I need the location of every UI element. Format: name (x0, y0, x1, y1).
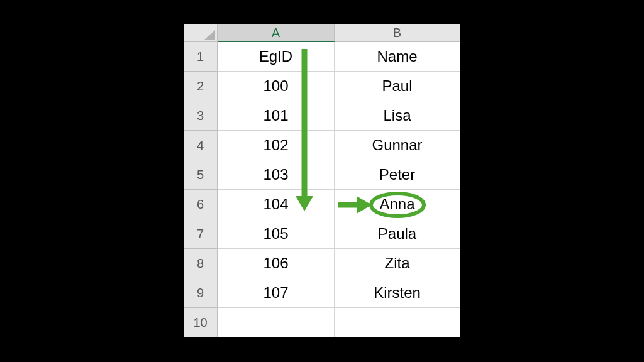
cell-b1[interactable]: Name (335, 42, 460, 72)
cell-a2[interactable]: 100 (218, 72, 335, 101)
table-row: 1 EgID Name (184, 42, 460, 72)
cell-b8[interactable]: Zita (335, 249, 460, 278)
select-all-triangle-icon (204, 30, 215, 40)
cell-a4[interactable]: 102 (218, 131, 335, 160)
cell-b3[interactable]: Lisa (335, 101, 460, 131)
row-header[interactable]: 8 (184, 249, 218, 278)
column-header-a[interactable]: A (218, 24, 335, 42)
cell-b5[interactable]: Peter (335, 160, 460, 190)
table-row: 6 104 Anna (184, 190, 460, 219)
svg-marker-0 (204, 30, 215, 40)
cell-a5[interactable]: 103 (218, 160, 335, 190)
cell-a6[interactable]: 104 (218, 190, 335, 219)
cell-b7[interactable]: Paula (335, 219, 460, 249)
row-header[interactable]: 1 (184, 42, 218, 72)
table-row: 5 103 Peter (184, 160, 460, 190)
cell-a1[interactable]: EgID (218, 42, 335, 72)
table-row: 7 105 Paula (184, 219, 460, 249)
row-header[interactable]: 10 (184, 308, 218, 337)
table-row: 9 107 Kirsten (184, 278, 460, 308)
table-row: 4 102 Gunnar (184, 131, 460, 160)
cell-a3[interactable]: 101 (218, 101, 335, 131)
cell-a10[interactable] (218, 308, 335, 337)
table-row: 8 106 Zita (184, 249, 460, 278)
row-header[interactable]: 7 (184, 219, 218, 249)
row-header[interactable]: 2 (184, 72, 218, 101)
table-row: 2 100 Paul (184, 72, 460, 101)
cell-a9[interactable]: 107 (218, 278, 335, 308)
cell-a7[interactable]: 105 (218, 219, 335, 249)
row-header[interactable]: 4 (184, 131, 218, 160)
cell-b4[interactable]: Gunnar (335, 131, 460, 160)
cell-b9[interactable]: Kirsten (335, 278, 460, 308)
select-all-corner[interactable] (184, 24, 218, 42)
row-header[interactable]: 3 (184, 101, 218, 131)
row-header[interactable]: 6 (184, 190, 218, 219)
cell-b10[interactable] (335, 308, 460, 337)
table-row: 3 101 Lisa (184, 101, 460, 131)
column-header-row: A B (184, 24, 460, 42)
spreadsheet: A B 1 EgID Name 2 100 Paul 3 101 Lisa 4 … (184, 24, 460, 337)
cell-b2[interactable]: Paul (335, 72, 460, 101)
column-header-b[interactable]: B (335, 24, 460, 42)
cell-a8[interactable]: 106 (218, 249, 335, 278)
table-row: 10 (184, 308, 460, 337)
row-header[interactable]: 9 (184, 278, 218, 308)
row-header[interactable]: 5 (184, 160, 218, 190)
cell-b6[interactable]: Anna (335, 190, 460, 219)
